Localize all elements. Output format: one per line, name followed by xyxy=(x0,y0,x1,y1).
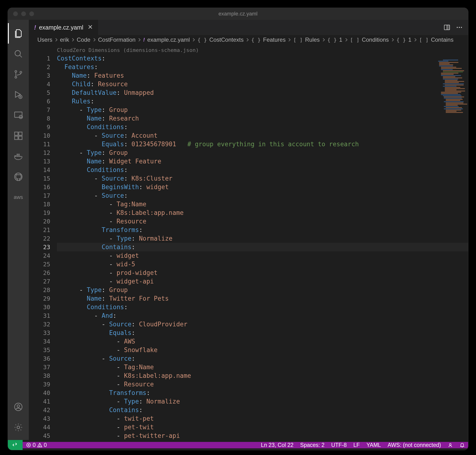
activity-extensions[interactable] xyxy=(8,126,29,146)
code-line[interactable]: - Source: xyxy=(57,354,468,363)
more-actions-button[interactable] xyxy=(456,24,463,31)
code-line[interactable]: - Source: CloudProvider xyxy=(57,320,468,328)
tab-close-button[interactable] xyxy=(86,24,93,31)
breadcrumb-item[interactable]: Users xyxy=(37,36,52,43)
svg-point-23 xyxy=(459,27,460,28)
activity-docker[interactable] xyxy=(8,146,29,167)
code-line[interactable]: - Type: Group xyxy=(57,106,468,114)
code-line[interactable]: - Snowflake xyxy=(57,346,468,354)
code-line[interactable]: - widget xyxy=(57,251,468,260)
activity-github[interactable] xyxy=(8,167,29,187)
status-indent[interactable]: Spaces: 2 xyxy=(300,442,324,448)
activity-accounts[interactable] xyxy=(8,397,29,417)
code-line[interactable]: - Type: Normalize xyxy=(57,234,468,243)
object-icon: { } xyxy=(327,37,338,43)
breadcrumbs[interactable]: UserserikCodeCostFormation!example.cz.ya… xyxy=(29,35,468,45)
code-line[interactable]: - wid-5 xyxy=(57,260,468,268)
code-line[interactable]: Rules: xyxy=(57,97,468,106)
breadcrumb-item[interactable]: [ ]Conditions xyxy=(350,36,389,43)
code-line[interactable]: - prod-widget xyxy=(57,268,468,277)
status-aws[interactable]: AWS: (not connected) xyxy=(388,442,441,448)
breadcrumb-item[interactable]: [ ]Rules xyxy=(293,36,320,43)
activity-settings[interactable] xyxy=(8,417,29,438)
code-line[interactable]: Conditions: xyxy=(57,303,468,311)
breadcrumb-item[interactable]: { }Features xyxy=(251,36,285,43)
code-line[interactable]: - pet-twitter-api xyxy=(57,431,468,440)
status-cursor[interactable]: Ln 23, Col 22 xyxy=(261,442,294,448)
close-icon[interactable] xyxy=(13,11,18,16)
code-line[interactable]: Name: Research xyxy=(57,114,468,123)
breadcrumb-item[interactable]: [ ]Contains xyxy=(419,36,453,43)
code-line[interactable]: - Source: K8s:Cluster xyxy=(57,174,468,183)
code-line[interactable]: Features: xyxy=(57,63,468,71)
code-line[interactable]: Transforms: xyxy=(57,226,468,234)
code-line[interactable]: CostContexts: xyxy=(57,54,468,63)
code-line[interactable]: Equals: xyxy=(57,328,468,337)
code-line[interactable]: - Resource xyxy=(57,380,468,389)
code-line[interactable]: - Type: Normalize xyxy=(57,397,468,406)
split-editor-button[interactable] xyxy=(443,24,451,31)
code-line[interactable]: - Source: xyxy=(57,191,468,200)
code-line[interactable]: - Type: Group xyxy=(57,286,468,294)
code-line[interactable]: Conditions: xyxy=(57,123,468,131)
remote-indicator[interactable] xyxy=(8,440,23,450)
codelens[interactable]: CloudZero Dimensions (dimensions-schema.… xyxy=(57,46,468,54)
svg-point-18 xyxy=(17,405,20,407)
breadcrumb-separator xyxy=(69,37,77,42)
breadcrumb-separator xyxy=(244,37,251,42)
code-line[interactable]: - twit-pet xyxy=(57,414,468,423)
code-line[interactable]: - Tag:Name xyxy=(57,200,468,208)
activity-search[interactable] xyxy=(8,44,29,64)
code-line[interactable]: - K8s:Label:app.name xyxy=(57,208,468,217)
code-line[interactable]: Contains: xyxy=(57,406,468,414)
activity-source-control[interactable] xyxy=(8,64,29,85)
activity-aws[interactable]: aws xyxy=(8,187,29,207)
breadcrumb-item[interactable]: { }CostContexts xyxy=(197,36,244,43)
code-line[interactable]: - Source: Account xyxy=(57,131,468,140)
code-line[interactable]: Name: Features xyxy=(57,71,468,80)
code-line[interactable]: Equals: 012345678901 # group everything … xyxy=(57,140,468,148)
status-encoding[interactable]: UTF-8 xyxy=(331,442,347,448)
code-line[interactable]: Child: Resource xyxy=(57,80,468,88)
code-content[interactable]: CloudZero Dimensions (dimensions-schema.… xyxy=(57,45,468,440)
code-line[interactable]: - Type: Group xyxy=(57,148,468,157)
code-line[interactable]: - Resource xyxy=(57,217,468,226)
line-number: 32 xyxy=(29,320,50,328)
code-line[interactable]: Conditions: xyxy=(57,166,468,174)
code-line[interactable]: Transforms: xyxy=(57,389,468,397)
breadcrumb-item[interactable]: CostFormation xyxy=(98,36,136,43)
code-line[interactable]: - Tag:Name xyxy=(57,363,468,371)
status-eol[interactable]: LF xyxy=(353,442,360,448)
code-line[interactable]: - AWS xyxy=(57,337,468,346)
code-line[interactable]: - And: xyxy=(57,311,468,320)
breadcrumb-item[interactable]: erik xyxy=(60,36,69,43)
breadcrumb-item[interactable]: { }1 xyxy=(327,36,342,43)
status-language[interactable]: YAML xyxy=(366,442,381,448)
activity-remote-explorer[interactable] xyxy=(8,105,29,126)
debug-icon xyxy=(13,90,23,100)
code-line[interactable]: - pet-twit xyxy=(57,423,468,431)
code-line[interactable]: - widget-api xyxy=(57,277,468,286)
code-line[interactable]: Contains: xyxy=(57,243,468,251)
code-line[interactable]: Name: Widget Feature xyxy=(57,157,468,166)
activity-explorer[interactable] xyxy=(8,23,29,44)
status-feedback[interactable] xyxy=(448,442,453,448)
breadcrumb-item[interactable]: { }1 xyxy=(396,36,411,43)
code-line[interactable]: DefaultValue: Unmapped xyxy=(57,88,468,97)
minimize-icon[interactable] xyxy=(21,11,26,16)
activity-run-debug[interactable] xyxy=(8,85,29,105)
tab-example-cz-yaml[interactable]: ! example.cz.yaml xyxy=(29,20,98,35)
breadcrumb-item[interactable]: !example.cz.yaml xyxy=(143,36,190,43)
fullscreen-icon[interactable] xyxy=(29,11,34,16)
remote-explorer-icon xyxy=(13,110,23,120)
line-number: 9 xyxy=(29,123,50,131)
code-editor[interactable]: 1234567891011121314151617181920212223242… xyxy=(29,45,468,440)
code-line[interactable]: Name: Twitter For Pets xyxy=(57,294,468,303)
code-line[interactable]: BeginsWith: widget xyxy=(57,183,468,191)
svg-point-24 xyxy=(461,27,462,28)
status-notifications[interactable] xyxy=(460,442,465,448)
svg-point-19 xyxy=(17,426,20,429)
status-problems[interactable]: 0 0 xyxy=(26,442,47,448)
breadcrumb-item[interactable]: Code xyxy=(77,36,90,43)
code-line[interactable]: - K8s:Label:app.name xyxy=(57,371,468,380)
